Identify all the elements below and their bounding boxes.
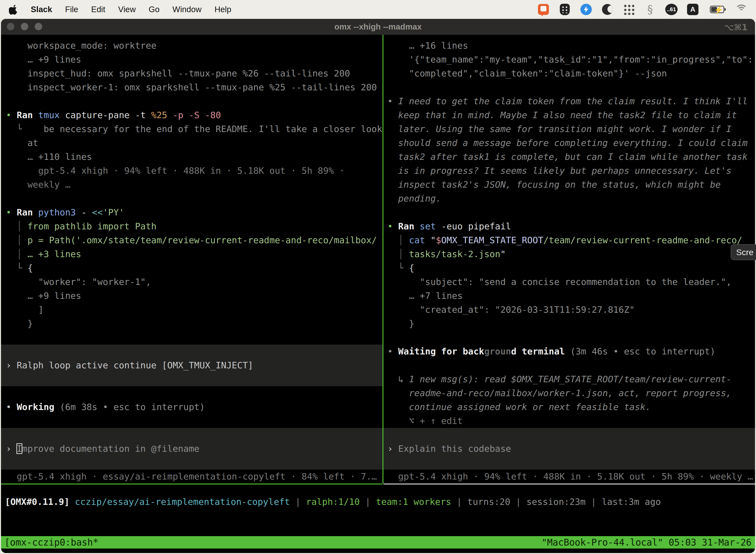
terminal-line: … +16 lines	[387, 39, 755, 53]
pane-left-border	[1, 484, 382, 485]
terminal-window: omx --xhigh --madmax ⌥⌘1 workspace_mode:…	[1, 19, 755, 553]
terminal-line: '{"team_name":"my-team","task_id":"1","f…	[387, 53, 755, 66]
code-line: │ cat "$OMX_TEAM_STATE_ROOT/team/review-…	[387, 233, 755, 247]
apple-menu-icon[interactable]	[9, 4, 20, 15]
terminal-line: gpt-5.4 xhigh · 94% left · 488K in · 5.1…	[6, 164, 382, 178]
mailbox-msg-line: continue assigned work or next feasible …	[387, 400, 755, 414]
terminal-line: at	[6, 136, 382, 150]
pane-divider[interactable]	[382, 35, 383, 484]
output-line: "worker": "worker-1",	[6, 275, 382, 289]
battery-icon[interactable]: ⚡	[708, 4, 726, 15]
pane-left[interactable]: workspace_mode: worktree … +9 lines insp…	[1, 35, 382, 484]
ran-python-line: • Ran python3 - <<'PY'	[6, 206, 382, 219]
pane-left-statusline: gpt-5.4 xhigh · essay/ai-reimplementatio…	[6, 469, 382, 484]
menu-slack[interactable]: Slack	[31, 5, 52, 14]
terminal-line: workspace_mode: worktree	[6, 39, 382, 53]
terminal-line: … +110 lines	[6, 150, 382, 164]
thinking-line: keep that in mind. Maybe I also need the…	[387, 108, 755, 122]
window-title: omx --xhigh --madmax	[334, 22, 422, 32]
output-line: … +7 lines	[387, 289, 755, 303]
output-line: └ {	[387, 261, 755, 275]
terminal-line: … +9 lines	[6, 53, 382, 66]
badge-61-icon[interactable]: ..61	[666, 4, 677, 15]
tmux-host-clock: "MacBook-Pro-44.local" 05:03 31-Mar-26	[542, 537, 752, 548]
output-line: ]	[6, 303, 382, 317]
terminal-line: inspect_hud: omx sparkshell --tmux-pane …	[6, 66, 382, 80]
output-line: }	[387, 317, 755, 331]
tmux-session-label: [omx-cczip0:bash*	[4, 537, 99, 548]
prompt-input-left-text[interactable]: › Improve documentation in @filename	[6, 442, 382, 456]
pane-right-border	[383, 484, 755, 485]
close-button[interactable]	[7, 23, 14, 30]
mailbox-msg-line: readme-and-reco/mailbox/worker-1.json, a…	[387, 386, 755, 400]
code-line: │ … +3 lines	[6, 247, 382, 261]
waiting-status-line: • Waiting for background terminal (3m 46…	[387, 344, 755, 358]
terminal-line: inspect_worker-1: omx sparkshell --tmux-…	[6, 80, 382, 94]
menu-window[interactable]: Window	[172, 5, 201, 14]
pane-right-statusline: gpt-5.4 xhigh · 94% left · 488K in · 5.1…	[387, 469, 755, 484]
dots-grid-icon[interactable]	[623, 4, 634, 15]
terminal-line: "completed","claim_token":"claim-token"}…	[387, 66, 755, 80]
working-status-line: • Working (6m 38s • esc to interrupt)	[6, 400, 382, 414]
output-line: "created_at": "2026-03-31T11:59:27.816Z"	[387, 303, 755, 317]
tmux-status-bar[interactable]: [omx-cczip0:bash* "MacBook-Pro-44.local"…	[1, 536, 755, 549]
shield-grid-icon[interactable]	[559, 4, 570, 15]
output-line: "subject": "send a concise recommendatio…	[387, 275, 755, 289]
thinking-line: task2 after task1 is complete, but can I…	[387, 150, 755, 164]
mailbox-msg-line: ↳ 1 new msg(s): read $OMX_TEAM_STATE_ROO…	[387, 372, 755, 386]
prompt-input-right-text[interactable]: › Explain this codebase	[387, 442, 755, 456]
menubar: Slack File Edit View Go Window Help § ..…	[0, 0, 756, 19]
ran-set-line: • Ran set -euo pipefail	[387, 219, 755, 233]
menu-go[interactable]: Go	[148, 5, 160, 14]
menu-help[interactable]: Help	[214, 5, 232, 14]
ralph-loop-text: › Ralph loop active continue [OMX_TMUX_I…	[6, 358, 382, 372]
minimize-button[interactable]	[21, 23, 28, 30]
ralph-loop-banner: › Ralph loop active continue [OMX_TMUX_I…	[1, 344, 382, 386]
window-shortcut: ⌥⌘1	[724, 22, 748, 32]
window-titlebar[interactable]: omx --xhigh --madmax ⌥⌘1	[1, 19, 755, 35]
code-line: │ from pathlib import Path	[6, 219, 382, 233]
thinking-line: should send a message before completing …	[387, 136, 755, 150]
menu-file[interactable]: File	[65, 5, 78, 14]
wifi-icon[interactable]	[736, 4, 747, 15]
bolt-badge-icon[interactable]	[580, 4, 592, 15]
terminal-line: └ be necessary for the end of the README…	[6, 122, 382, 136]
menubar-status-icons: § ..61 A ⚡	[538, 4, 747, 15]
output-line: }	[6, 317, 382, 331]
squiggle-icon[interactable]: §	[644, 4, 656, 15]
ran-tmux-line: • Ran tmux capture-pane -t %25 -p -S -80	[6, 108, 382, 122]
thinking-line: pending.	[387, 191, 755, 206]
screenshare-icon[interactable]	[538, 4, 549, 15]
prompt-input-left[interactable]: › Improve documentation in @filename	[1, 428, 382, 469]
output-line: └ {	[6, 261, 382, 275]
thinking-line: • I need to get the claim token from the…	[387, 94, 755, 108]
thinking-line: later. Using the same for transition mig…	[387, 122, 755, 136]
zoom-button[interactable]	[35, 23, 42, 30]
keyboard-a-icon[interactable]: A	[687, 4, 698, 15]
terminal-line: weekly …	[6, 178, 382, 191]
screen-notification-label: Scre	[736, 247, 754, 257]
thinking-line: is in progress? It seems likely but perh…	[387, 164, 755, 178]
prompt-input-right[interactable]: › Explain this codebase	[383, 428, 755, 469]
screen-notification-overlay[interactable]: Scre	[731, 244, 756, 260]
code-line: │ tasks/task-2.json"	[387, 247, 755, 261]
thinking-line: inspect task2's JSON, focusing on the st…	[387, 178, 755, 191]
menu-edit[interactable]: Edit	[91, 5, 105, 14]
code-line: │ p = Path('.omx/state/team/review-curre…	[6, 233, 382, 247]
edit-hint-line: ⌥ + ↑ edit	[387, 414, 755, 428]
crescent-icon[interactable]	[602, 4, 613, 15]
output-line: … +9 lines	[6, 289, 382, 303]
omx-session-statusline: [OMX#0.11.9] cczip/essay/ai-reimplementa…	[1, 495, 755, 509]
pane-right[interactable]: … +16 lines '{"team_name":"my-team","tas…	[383, 35, 755, 484]
terminal-panes[interactable]: workspace_mode: worktree … +9 lines insp…	[1, 35, 755, 484]
menu-view[interactable]: View	[118, 5, 136, 14]
